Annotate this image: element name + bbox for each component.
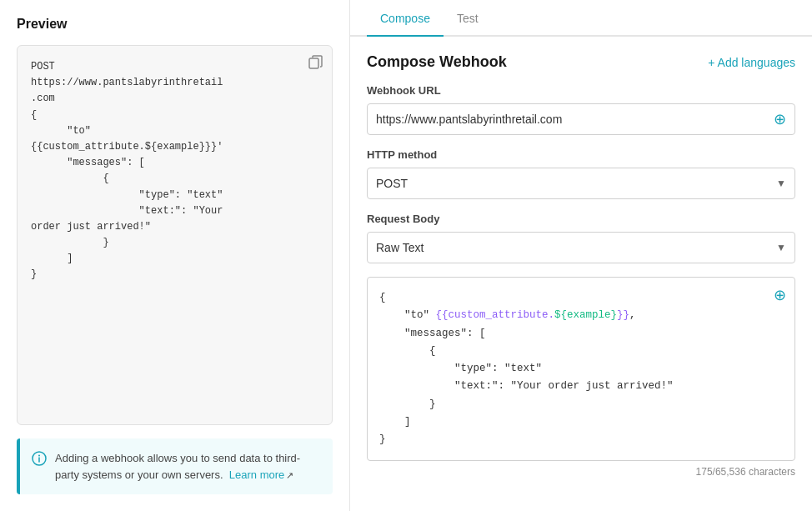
external-link-icon: ↗ bbox=[286, 470, 293, 480]
learn-more-link[interactable]: Learn more bbox=[229, 468, 284, 481]
tab-test[interactable]: Test bbox=[444, 0, 492, 37]
code-editor-content: { "to" {{custom_attribute.${example}}}, … bbox=[379, 289, 783, 448]
http-method-select[interactable]: POST ▼ bbox=[367, 168, 795, 199]
tab-compose[interactable]: Compose bbox=[367, 0, 444, 37]
preview-title: Preview bbox=[17, 17, 333, 32]
http-method-field: HTTP method POST ▼ bbox=[367, 148, 795, 199]
right-panel: Compose Test Compose Webhook + Add langu… bbox=[350, 0, 812, 511]
compose-header: Compose Webhook + Add languages bbox=[367, 53, 795, 71]
info-icon bbox=[32, 451, 47, 469]
svg-point-3 bbox=[38, 455, 40, 457]
chevron-down-icon: ▼ bbox=[776, 178, 786, 189]
request-body-select[interactable]: Raw Text ▼ bbox=[367, 232, 795, 263]
webhook-url-field: Webhook URL ⊕ bbox=[367, 84, 795, 135]
copy-icon[interactable] bbox=[308, 54, 323, 73]
left-panel: Preview POST https://www.pantslabyrinthr… bbox=[0, 0, 350, 511]
code-editor-plus-button[interactable]: ⊕ bbox=[774, 286, 786, 304]
request-body-label: Request Body bbox=[367, 213, 795, 225]
http-method-label: HTTP method bbox=[367, 148, 795, 161]
webhook-url-input[interactable] bbox=[376, 104, 774, 134]
preview-code: POST https://www.pantslabyrinthretail .c… bbox=[31, 59, 318, 283]
code-preview-box: POST https://www.pantslabyrinthretail .c… bbox=[17, 45, 333, 425]
code-editor[interactable]: ⊕ { "to" {{custom_attribute.${example}}}… bbox=[367, 277, 795, 461]
info-box: Adding a webhook allows you to send data… bbox=[17, 438, 333, 494]
char-count: 175/65,536 characters bbox=[367, 466, 795, 478]
compose-title: Compose Webhook bbox=[367, 53, 507, 71]
info-text: Adding a webhook allows you to send data… bbox=[55, 450, 321, 483]
add-languages-button[interactable]: + Add languages bbox=[708, 56, 795, 69]
svg-rect-0 bbox=[309, 58, 318, 68]
webhook-url-plus-button[interactable]: ⊕ bbox=[774, 110, 786, 128]
tabs-bar: Compose Test bbox=[350, 0, 812, 37]
request-body-field: Request Body Raw Text ▼ bbox=[367, 213, 795, 263]
webhook-url-label: Webhook URL bbox=[367, 84, 795, 97]
http-method-value: POST bbox=[376, 168, 776, 198]
chevron-down-icon-body: ▼ bbox=[776, 242, 786, 253]
compose-content: Compose Webhook + Add languages Webhook … bbox=[350, 37, 812, 511]
webhook-url-input-wrapper[interactable]: ⊕ bbox=[367, 103, 795, 135]
request-body-value: Raw Text bbox=[376, 233, 776, 263]
